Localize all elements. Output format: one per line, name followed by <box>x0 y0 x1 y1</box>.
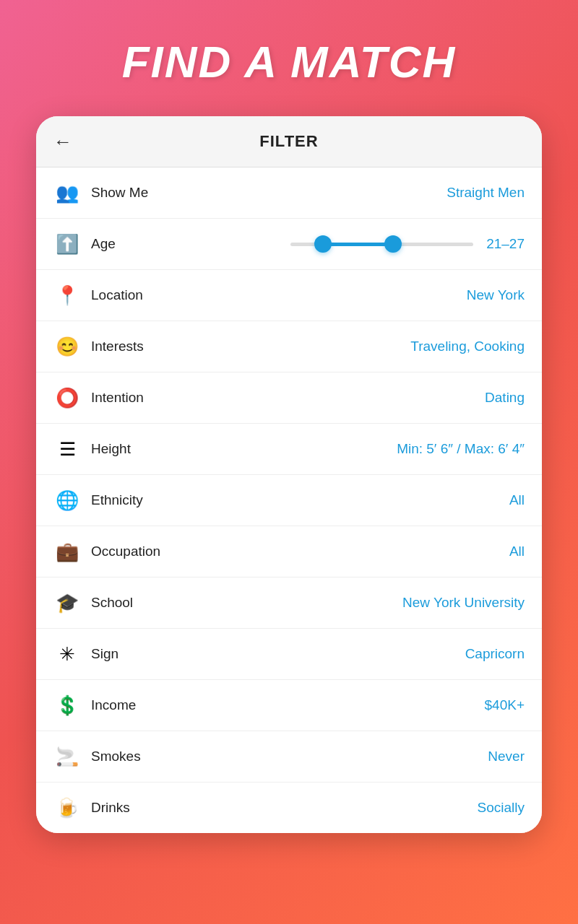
intention-label: Intention <box>91 390 485 406</box>
smokes-icon: 🚬 <box>53 743 81 770</box>
location-value: New York <box>467 287 525 303</box>
filter-card: ← FILTER 👥 Show Me Straight Men ⬆️ Age 2… <box>36 116 542 833</box>
filter-row-ethnicity[interactable]: 🌐 Ethnicity All <box>36 475 542 526</box>
filter-row-income[interactable]: 💲 Income $40K+ <box>36 680 542 731</box>
income-icon: 💲 <box>53 692 81 719</box>
smokes-value: Never <box>488 749 525 764</box>
people-icon: 👥 <box>53 179 81 206</box>
income-label: Income <box>91 697 485 713</box>
school-value: New York University <box>402 595 525 611</box>
show-me-label: Show Me <box>91 185 447 201</box>
age-label: Age <box>91 236 275 252</box>
ethnicity-label: Ethnicity <box>91 492 509 508</box>
filter-row-age[interactable]: ⬆️ Age 21–27 <box>36 219 542 270</box>
filter-header: ← FILTER <box>36 116 542 167</box>
interests-label: Interests <box>91 339 410 354</box>
filter-row-interests[interactable]: 😊 Interests Traveling, Cooking <box>36 321 542 372</box>
age-slider[interactable] <box>290 237 474 251</box>
interests-value: Traveling, Cooking <box>410 339 525 354</box>
income-value: $40K+ <box>485 697 525 713</box>
app-title: FIND A MATCH <box>122 36 457 87</box>
filter-row-smokes[interactable]: 🚬 Smokes Never <box>36 731 542 783</box>
occupation-value: All <box>509 544 525 559</box>
school-label: School <box>91 595 402 611</box>
sign-label: Sign <box>91 646 465 662</box>
filter-row-height[interactable]: ☰ Height Min: 5′ 6″ / Max: 6′ 4″ <box>36 424 542 475</box>
smokes-label: Smokes <box>91 749 488 764</box>
filter-title: FILTER <box>259 132 318 151</box>
age-icon: ⬆️ <box>53 230 81 258</box>
height-label: Height <box>91 441 397 457</box>
filter-row-show-me[interactable]: 👥 Show Me Straight Men <box>36 167 542 219</box>
location-icon: 📍 <box>53 282 81 309</box>
intention-value: Dating <box>485 390 525 406</box>
sign-value: Capricorn <box>465 646 525 662</box>
ethnicity-value: All <box>509 492 525 508</box>
height-icon: ☰ <box>53 435 81 463</box>
occupation-icon: 💼 <box>53 538 81 565</box>
drinks-label: Drinks <box>91 800 478 816</box>
filter-row-location[interactable]: 📍 Location New York <box>36 270 542 321</box>
filter-row-sign[interactable]: ✳ Sign Capricorn <box>36 629 542 680</box>
occupation-label: Occupation <box>91 544 509 559</box>
filter-row-school[interactable]: 🎓 School New York University <box>36 578 542 629</box>
back-button[interactable]: ← <box>53 131 72 153</box>
show-me-value: Straight Men <box>447 185 525 201</box>
filter-list: 👥 Show Me Straight Men ⬆️ Age 21–27 📍 Lo… <box>36 167 542 833</box>
filter-row-intention[interactable]: ⭕ Intention Dating <box>36 372 542 424</box>
drinks-value: Socially <box>478 800 525 816</box>
ethnicity-icon: 🌐 <box>53 487 81 514</box>
age-value: 21–27 <box>486 236 525 252</box>
drinks-icon: 🍺 <box>53 794 81 821</box>
location-label: Location <box>91 287 467 303</box>
intention-icon: ⭕ <box>53 384 81 411</box>
filter-row-drinks[interactable]: 🍺 Drinks Socially <box>36 783 542 833</box>
interests-icon: 😊 <box>53 333 81 360</box>
school-icon: 🎓 <box>53 589 81 616</box>
height-value: Min: 5′ 6″ / Max: 6′ 4″ <box>397 441 525 457</box>
filter-row-occupation[interactable]: 💼 Occupation All <box>36 526 542 578</box>
sign-icon: ✳ <box>53 640 81 668</box>
